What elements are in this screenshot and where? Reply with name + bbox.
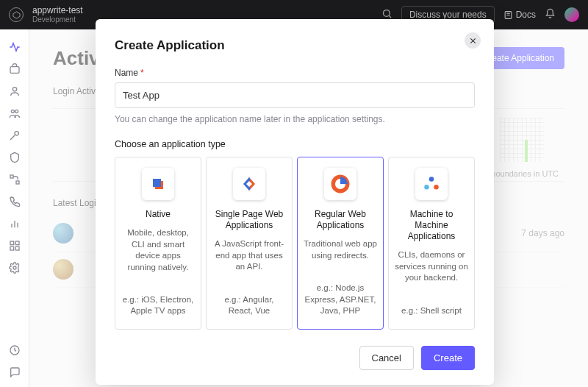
svg-rect-17 <box>15 241 19 245</box>
type-title: Regular Web Applications <box>304 209 377 231</box>
sidebar-item-activity[interactable] <box>9 41 21 53</box>
svg-point-8 <box>11 110 14 113</box>
type-card-regular-web[interactable]: Regular Web Applications Traditional web… <box>297 157 384 330</box>
svg-marker-0 <box>12 11 19 18</box>
application-type-grid: Native Mobile, desktop, CLI and smart de… <box>115 157 475 330</box>
project-environment: Development <box>32 15 83 24</box>
svg-rect-6 <box>10 67 19 74</box>
application-type-label: Choose an application type <box>115 139 475 149</box>
svg-rect-19 <box>15 246 19 250</box>
native-icon <box>142 168 174 200</box>
sidebar-item-user[interactable] <box>9 85 21 97</box>
type-example: e.g.: Node.js Express, ASP.NET, Java, PH… <box>304 283 377 317</box>
docs-icon <box>503 10 513 20</box>
sidebar-item-users[interactable] <box>9 63 21 75</box>
regular-web-icon <box>324 168 356 200</box>
sidebar-item-key[interactable] <box>9 129 21 141</box>
svg-point-10 <box>15 132 18 135</box>
type-card-spa[interactable]: Single Page Web Applications A JavaScrip… <box>206 157 293 330</box>
notifications-icon[interactable] <box>545 8 556 21</box>
create-application-modal: Create Application Name* You can change … <box>96 19 494 385</box>
name-helper-text: You can change the application name late… <box>115 114 475 124</box>
sidebar-item-analytics[interactable] <box>9 218 21 230</box>
sidebar-item-shield[interactable] <box>9 152 21 163</box>
required-indicator: * <box>140 68 144 78</box>
sidebar-item-history[interactable] <box>9 344 21 356</box>
type-title: Native <box>146 209 171 220</box>
appwrite-logo[interactable] <box>9 7 24 22</box>
docs-label: Docs <box>516 10 536 20</box>
svg-rect-25 <box>153 179 161 187</box>
project-name: appwrite-test <box>32 6 83 15</box>
spa-icon <box>233 168 265 200</box>
svg-marker-27 <box>243 177 251 191</box>
sidebar-item-org[interactable] <box>9 107 21 119</box>
project-switcher[interactable]: appwrite-test Development <box>32 6 83 24</box>
sidebar-item-flow[interactable] <box>9 174 21 185</box>
type-desc: Mobile, desktop, CLI and smart device ap… <box>121 227 195 273</box>
type-desc: A JavaScript front-end app that uses an … <box>212 238 286 273</box>
svg-point-31 <box>434 185 439 190</box>
type-example: e.g.: Angular, React, Vue <box>212 294 286 317</box>
create-button[interactable]: Create <box>421 346 475 370</box>
svg-point-9 <box>15 110 18 113</box>
modal-title: Create Application <box>115 38 475 53</box>
type-example: e.g.: Shell script <box>401 305 462 317</box>
svg-point-29 <box>429 177 434 182</box>
m2m-icon <box>415 168 448 200</box>
user-avatar[interactable] <box>564 7 579 22</box>
name-field-label: Name* <box>115 68 475 78</box>
type-example: e.g.: iOS, Electron, Apple TV apps <box>121 294 195 317</box>
modal-actions: Cancel Create <box>115 346 475 370</box>
cancel-button[interactable]: Cancel <box>359 346 414 370</box>
sidebar <box>0 29 29 387</box>
svg-rect-12 <box>16 181 19 184</box>
sidebar-item-apps[interactable] <box>9 240 21 252</box>
sidebar-item-settings[interactable] <box>9 262 21 274</box>
svg-rect-11 <box>10 175 13 178</box>
svg-line-2 <box>389 15 391 18</box>
close-icon[interactable] <box>465 32 481 49</box>
docs-link[interactable]: Docs <box>503 10 536 20</box>
name-input[interactable] <box>115 82 475 108</box>
sidebar-item-phone[interactable] <box>9 196 21 207</box>
type-card-m2m[interactable]: Machine to Machine Applications CLIs, da… <box>388 157 475 330</box>
type-title: Single Page Web Applications <box>212 209 286 231</box>
svg-rect-18 <box>10 246 14 250</box>
type-desc: Traditional web app using redirects. <box>304 238 377 261</box>
sidebar-item-chat[interactable] <box>9 366 21 378</box>
type-title: Machine to Machine Applications <box>395 209 468 242</box>
svg-point-20 <box>13 266 16 269</box>
svg-point-30 <box>424 185 429 190</box>
svg-point-1 <box>383 10 390 17</box>
svg-point-7 <box>12 88 16 91</box>
type-desc: CLIs, daemons or services running on you… <box>395 249 468 284</box>
svg-rect-16 <box>10 241 14 245</box>
type-card-native[interactable]: Native Mobile, desktop, CLI and smart de… <box>115 157 201 330</box>
